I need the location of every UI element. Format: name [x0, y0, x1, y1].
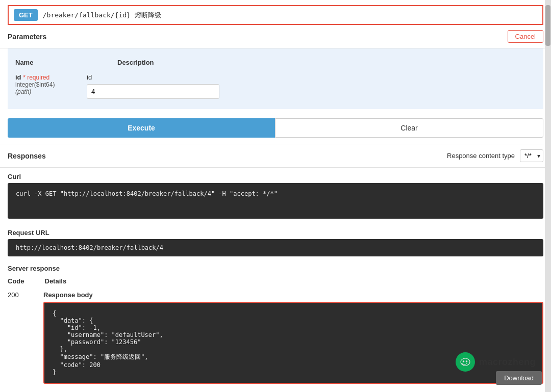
- content-type-select[interactable]: */*: [520, 149, 543, 162]
- param-path: (path): [15, 88, 77, 95]
- action-buttons: Execute Clear: [8, 118, 543, 138]
- curl-label: Curl: [0, 168, 551, 183]
- curl-block: curl -X GET "http://localhost:8402/break…: [8, 183, 543, 219]
- param-label-col: id * required integer($int64) (path): [15, 73, 77, 95]
- download-button[interactable]: Download: [496, 371, 542, 385]
- svg-point-0: [463, 360, 465, 362]
- response-body-label: Response body: [43, 291, 543, 299]
- param-row: id * required integer($int64) (path) id: [15, 69, 536, 103]
- param-name: id: [15, 73, 21, 81]
- param-id-input[interactable]: [87, 84, 219, 99]
- execute-button[interactable]: Execute: [8, 118, 275, 138]
- watermark-text: macrozheng: [479, 357, 536, 368]
- server-response-label: Server response: [0, 262, 551, 274]
- endpoint-bar: GET /breaker/fallback/{id} 熔断降级: [8, 5, 543, 25]
- wechat-icon: [456, 352, 475, 372]
- response-row: 200 Response body { "data": { "id": -1, …: [0, 288, 551, 387]
- clear-button[interactable]: Clear: [275, 118, 543, 138]
- param-desc-col: id: [87, 73, 536, 99]
- param-required: * required: [23, 74, 49, 81]
- col-name-header: Name: [15, 59, 77, 66]
- scrollbar[interactable]: [545, 0, 551, 392]
- page-wrapper: GET /breaker/fallback/{id} 熔断降级 Paramete…: [0, 0, 551, 392]
- response-code: 200: [8, 291, 43, 299]
- response-table-header: Code Details: [0, 274, 551, 288]
- code-col-header: Code: [8, 277, 24, 285]
- watermark: macrozheng: [456, 352, 536, 372]
- col-description-header: Description: [117, 59, 154, 66]
- endpoint-path: /breaker/fallback/{id} 熔断降级: [43, 11, 161, 20]
- content-type-select-wrapper[interactable]: */*: [520, 149, 543, 162]
- details-col-header: Details: [45, 277, 67, 285]
- svg-point-1: [466, 360, 468, 362]
- parameters-area: Name Description id * required integer($…: [8, 48, 543, 109]
- request-url-block: http://localhost:8402/breaker/fallback/4: [8, 239, 543, 256]
- params-table-header: Name Description: [15, 55, 536, 69]
- scrollbar-thumb[interactable]: [545, 5, 550, 46]
- cancel-button[interactable]: Cancel: [508, 30, 543, 43]
- param-name-row: id * required: [15, 73, 77, 81]
- content-type-label: Response content type: [447, 152, 515, 160]
- responses-section-header: Responses Response content type */*: [0, 144, 551, 168]
- response-content-type-area: Response content type */*: [447, 149, 543, 162]
- method-badge: GET: [14, 9, 38, 21]
- parameters-title: Parameters: [8, 33, 46, 41]
- parameters-section-header: Parameters Cancel: [0, 25, 551, 48]
- param-desc-label: id: [87, 73, 536, 81]
- responses-title: Responses: [8, 152, 46, 160]
- param-type: integer($int64): [15, 81, 77, 88]
- request-url-label: Request URL: [0, 224, 551, 239]
